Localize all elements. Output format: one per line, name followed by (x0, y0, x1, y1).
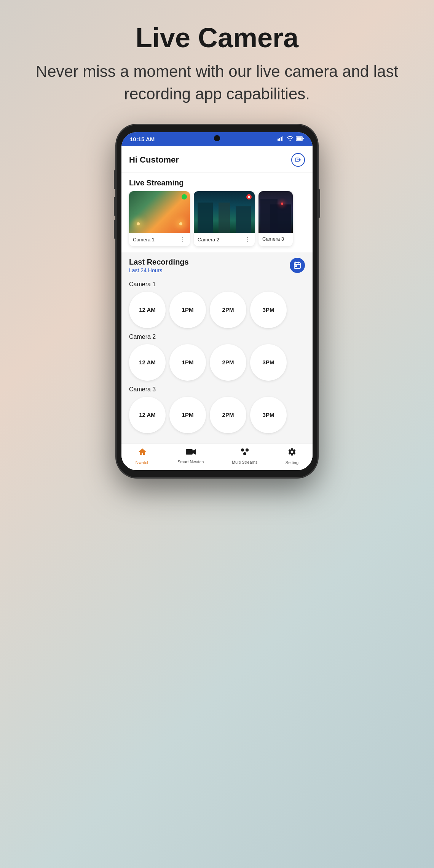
phone-shell: 10:15 AM (116, 124, 318, 478)
rec-cam2-times: 12 AM 1PM 2PM 3PM (129, 344, 305, 381)
svg-rect-5 (297, 137, 302, 140)
rec-cam2-time-3[interactable]: 2PM (210, 344, 246, 381)
status-time: 10:15 AM (130, 136, 155, 142)
svg-rect-2 (281, 137, 282, 141)
nav-nwatch-label: Nwatch (136, 460, 150, 465)
rec-cam3-time-2[interactable]: 1PM (169, 397, 206, 433)
home-icon (138, 447, 147, 459)
svg-rect-1 (279, 138, 280, 141)
svg-rect-7 (294, 263, 300, 268)
rec-cam2-time-2[interactable]: 1PM (169, 344, 206, 381)
svg-rect-12 (186, 449, 193, 455)
nav-item-smart-nwatch[interactable]: Smart Nwatch (177, 448, 204, 464)
page-subtitle: Never miss a moment with our live camera… (30, 61, 404, 105)
rec-cam2-time-4[interactable]: 3PM (250, 344, 287, 381)
camera-1-status-dot (182, 194, 187, 199)
nav-item-nwatch[interactable]: Nwatch (136, 447, 150, 465)
camera-3-footer: Camera 3 (258, 233, 293, 245)
rec-cam1-times: 12 AM 1PM 2PM 3PM (129, 292, 305, 328)
page-header: Live Camera Never miss a moment with our… (0, 0, 434, 117)
rec-cam2-time-1[interactable]: 12 AM (129, 344, 166, 381)
last-recordings-filter: Last 24 Hours (129, 267, 189, 273)
nav-item-setting[interactable]: Setting (286, 447, 298, 465)
rec-cam1-time-3[interactable]: 2PM (210, 292, 246, 328)
camera-1-footer: Camera 1 ⋮ (129, 233, 190, 246)
last-recordings-header: Last Recordings Last 24 Hours (121, 252, 313, 275)
svg-rect-3 (282, 136, 283, 141)
camera-1-name: Camera 1 (133, 237, 155, 243)
cam3-light (281, 203, 283, 205)
last-recordings-title: Last Recordings (129, 258, 189, 266)
rec-cam3-time-3[interactable]: 2PM (210, 397, 246, 433)
rec-indicator (248, 196, 250, 198)
camera-2-thumbnail (194, 191, 255, 233)
camera-2-footer: Camera 2 ⋮ (194, 233, 255, 246)
rec-cam3-time-1[interactable]: 12 AM (129, 397, 166, 433)
bottom-navigation: Nwatch Smart Nwatch (121, 443, 313, 470)
status-icons (278, 136, 304, 142)
cam2-building-left (198, 203, 213, 233)
wifi-icon (287, 136, 294, 142)
nav-multi-streams-label: Multi Streams (232, 460, 257, 464)
rec-cam1-time-4[interactable]: 3PM (250, 292, 287, 328)
camera-3-thumbnail (258, 191, 293, 233)
camera-2-status-dot (246, 194, 252, 199)
live-streaming-section: Live Streaming Camera 1 (121, 172, 313, 252)
rec-cam3-times: 12 AM 1PM 2PM 3PM (129, 397, 305, 433)
login-button[interactable] (291, 153, 305, 167)
camera-2-name: Camera 2 (198, 237, 219, 243)
page-title: Live Camera (30, 23, 404, 53)
cam1-light-right (179, 222, 182, 225)
svg-point-14 (246, 448, 249, 452)
recordings-section: Camera 1 12 AM 1PM 2PM 3PM Camera 2 12 A… (121, 275, 313, 443)
settings-icon (287, 447, 297, 459)
app-content: Hi Customer Live Streaming (121, 146, 313, 470)
svg-rect-11 (295, 266, 297, 267)
live-streaming-title: Live Streaming (121, 172, 313, 191)
rec-cam1-time-1[interactable]: 12 AM (129, 292, 166, 328)
status-bar: 10:15 AM (121, 132, 313, 146)
camera-1-menu[interactable]: ⋮ (180, 236, 186, 243)
camera-3-name: Camera 3 (262, 236, 284, 242)
rec-cam1-label: Camera 1 (129, 281, 305, 288)
cam2-building-right (236, 206, 251, 233)
app-header: Hi Customer (121, 146, 313, 172)
phone-mockup: 10:15 AM (116, 124, 318, 478)
camera-scroll: Camera 1 ⋮ (121, 191, 313, 252)
last-recordings-title-group: Last Recordings Last 24 Hours (129, 258, 189, 273)
rec-cam2-label: Camera 2 (129, 333, 305, 340)
camera-2-menu[interactable]: ⋮ (244, 236, 251, 243)
svg-rect-0 (278, 139, 279, 141)
camera-card-2[interactable]: Camera 2 ⋮ (194, 191, 255, 246)
phone-screen: 10:15 AM (121, 132, 313, 470)
camera-card-3[interactable]: Camera 3 (258, 191, 293, 246)
svg-point-13 (241, 448, 244, 452)
cam2-road (219, 203, 230, 233)
cam1-background (129, 191, 190, 233)
streams-icon (240, 448, 249, 458)
svg-point-15 (243, 452, 246, 455)
nav-smart-nwatch-label: Smart Nwatch (177, 460, 204, 464)
camera-notch (214, 135, 220, 141)
rec-cam1-time-2[interactable]: 1PM (169, 292, 206, 328)
calendar-button[interactable] (290, 258, 305, 273)
battery-icon (296, 136, 304, 142)
svg-rect-6 (303, 138, 304, 139)
camera-card-1[interactable]: Camera 1 ⋮ (129, 191, 190, 246)
rec-cam3-label: Camera 3 (129, 386, 305, 393)
camera-1-thumbnail (129, 191, 190, 233)
cam1-light-left (137, 222, 140, 225)
nav-item-multi-streams[interactable]: Multi Streams (232, 448, 257, 464)
nav-setting-label: Setting (286, 460, 298, 465)
greeting-text: Hi Customer (129, 155, 179, 165)
cam3-building2 (270, 204, 291, 233)
rec-cam3-time-4[interactable]: 3PM (250, 397, 287, 433)
signal-icon (278, 136, 284, 142)
camera-icon (186, 448, 196, 458)
